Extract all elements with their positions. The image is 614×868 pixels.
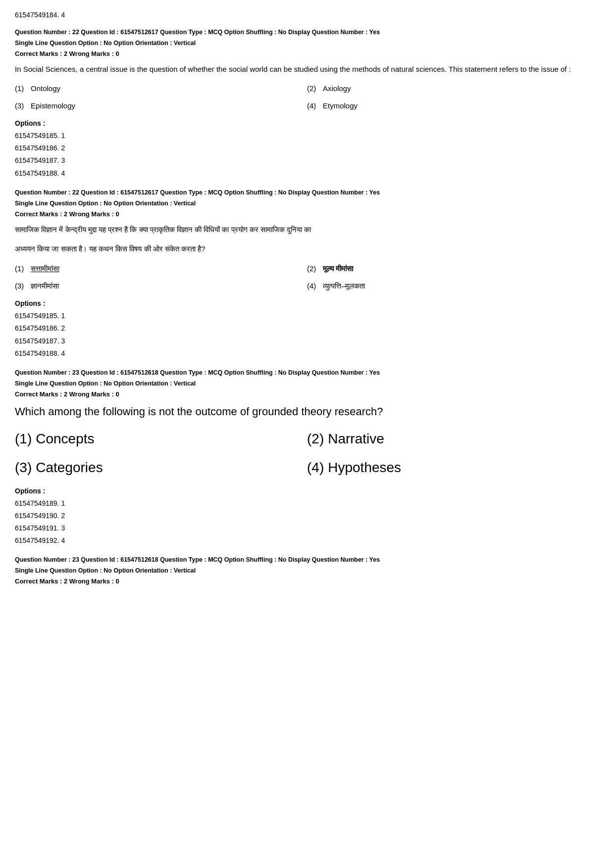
q22-eng-text: In Social Sciences, a central issue is t… [15, 63, 599, 76]
q23-option-1: (1) Concepts [15, 426, 307, 452]
q23-option-1-num: (1) [15, 429, 32, 449]
option-1-4: (4) Etymology [307, 98, 599, 114]
q22-hin-marks: Correct Marks : 2 Wrong Marks : 0 [15, 209, 599, 219]
hin-option-1-3-num: (3) [15, 281, 27, 292]
q23-option-2-num: (2) [307, 429, 324, 449]
q22-eng-marks: Correct Marks : 2 Wrong Marks : 0 [15, 49, 599, 59]
q23-option-2-text: Narrative [328, 429, 384, 449]
question-22-hindi: Question Number : 22 Question Id : 61547… [15, 188, 599, 360]
q23-eng-ans3: 61547549191. 3 [15, 522, 599, 534]
q22-hin-ans1: 61547549185. 1 [15, 310, 599, 322]
q22-eng-ans4: 61547549188. 4 [15, 167, 599, 180]
q23-option-4-text: Hypotheses [328, 457, 401, 478]
q23-eng-ans4: 61547549192. 4 [15, 534, 599, 547]
q22-eng-ans3: 61547549187. 3 [15, 154, 599, 167]
option-1-2: (2) Axiology [307, 81, 599, 96]
hin-option-1-2-num: (2) [307, 263, 319, 275]
q22-eng-ans1: 61547549185. 1 [15, 130, 599, 142]
q22-eng-meta1: Question Number : 22 Question Id : 61547… [15, 27, 599, 37]
q23-eng-meta1: Question Number : 23 Question Id : 61547… [15, 368, 599, 378]
option-1-1-num: (1) [15, 83, 27, 95]
option-1-2-num: (2) [307, 83, 319, 95]
q23-eng-text: Which among the following is not the out… [15, 403, 599, 420]
q22-hin-options: (1) सत्तामीमांसा (2) मूल्य मीमांसा (3) ज… [15, 261, 599, 293]
hin-option-1-4: (4) व्युत्पत्ति–मूलकता [307, 279, 599, 294]
q22-hin-ans4: 61547549188. 4 [15, 347, 599, 360]
q23-option-3-num: (3) [15, 457, 32, 478]
q23-eng-options-label: Options : [15, 486, 599, 496]
q22-hin-answers: 61547549185. 1 61547549186. 2 6154754918… [15, 310, 599, 360]
q22-hin-ans2: 61547549186. 2 [15, 322, 599, 335]
q22-hin-text2: अध्ययन किया जा सकता है। यह कथन किस विषय … [15, 242, 599, 255]
q22-hin-meta2: Single Line Question Option : No Option … [15, 198, 599, 208]
q23-hin-meta1: Question Number : 23 Question Id : 61547… [15, 555, 599, 565]
option-1-1: (1) Ontology [15, 81, 307, 96]
q23-hin-meta2: Single Line Question Option : No Option … [15, 566, 599, 576]
q22-eng-answers: 61547549185. 1 61547549186. 2 6154754918… [15, 130, 599, 180]
hin-option-1-1: (1) सत्तामीमांसा [15, 261, 307, 277]
q23-option-2: (2) Narrative [307, 426, 599, 452]
hin-option-1-2: (2) मूल्य मीमांसा [307, 261, 599, 277]
q22-eng-options-label: Options : [15, 118, 599, 129]
hin-option-1-3-text: ज्ञानमीमांसा [31, 281, 59, 292]
q23-eng-answers: 61547549189. 1 61547549190. 2 6154754919… [15, 497, 599, 547]
q23-option-4-num: (4) [307, 457, 324, 478]
question-22-english: Question Number : 22 Question Id : 61547… [15, 27, 599, 180]
hin-option-1-1-num: (1) [15, 263, 27, 275]
option-1-4-text: Etymology [323, 100, 358, 112]
hin-option-1-3: (3) ज्ञानमीमांसा [15, 279, 307, 294]
hin-option-1-4-text: व्युत्पत्ति–मूलकता [323, 281, 365, 292]
q23-option-4: (4) Hypotheses [307, 454, 599, 481]
option-1-4-num: (4) [307, 100, 319, 112]
question-23-hindi-meta: Question Number : 23 Question Id : 61547… [15, 555, 599, 586]
q23-eng-meta2: Single Line Question Option : No Option … [15, 379, 599, 388]
q22-eng-meta2: Single Line Question Option : No Option … [15, 38, 599, 48]
hin-option-1-2-text: मूल्य मीमांसा [323, 263, 353, 275]
q22-hin-text1: सामाजिक विज्ञान में केन्द्रीय मुद्दा यह … [15, 223, 599, 236]
q23-eng-marks: Correct Marks : 2 Wrong Marks : 0 [15, 389, 599, 399]
q22-eng-ans2: 61547549186. 2 [15, 142, 599, 154]
q22-hin-options-label: Options : [15, 298, 599, 309]
q23-option-3-text: Categories [36, 457, 102, 478]
q22-hin-meta1: Question Number : 22 Question Id : 61547… [15, 188, 599, 197]
page-id: 61547549184. 4 [15, 10, 599, 20]
q22-eng-options: (1) Ontology (2) Axiology (3) Epistemolo… [15, 81, 599, 113]
option-1-1-text: Ontology [31, 83, 60, 95]
q23-option-1-text: Concepts [36, 429, 94, 449]
q23-eng-options: (1) Concepts (2) Narrative (3) Categorie… [15, 426, 599, 481]
q22-hin-ans3: 61547549187. 3 [15, 335, 599, 347]
hin-option-1-4-num: (4) [307, 281, 319, 292]
option-1-3: (3) Epistemology [15, 98, 307, 114]
q23-eng-ans1: 61547549189. 1 [15, 497, 599, 510]
q23-hin-marks: Correct Marks : 2 Wrong Marks : 0 [15, 577, 599, 586]
q23-eng-ans2: 61547549190. 2 [15, 510, 599, 522]
question-23-english: Question Number : 23 Question Id : 61547… [15, 368, 599, 547]
hin-option-1-1-text: सत्तामीमांसा [31, 263, 59, 275]
option-1-2-text: Axiology [323, 83, 351, 95]
q23-option-3: (3) Categories [15, 454, 307, 481]
option-1-3-num: (3) [15, 100, 27, 112]
option-1-3-text: Epistemology [31, 100, 75, 112]
